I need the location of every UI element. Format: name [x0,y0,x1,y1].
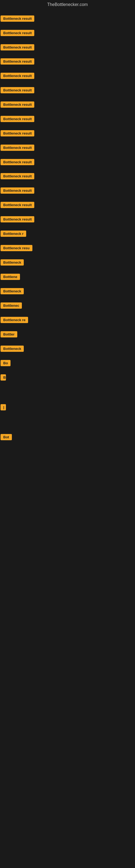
result-row: Bottleneck [1,288,24,296]
bottleneck-badge[interactable]: B [1,374,6,380]
result-row: Bottleneck result [1,202,34,209]
bottleneck-badge[interactable]: Bottleneck [1,346,24,352]
bottleneck-badge[interactable]: Bot [1,434,12,440]
result-row: Bottleneck result [1,101,34,109]
result-row: Bottleneck [1,259,24,267]
bottleneck-badge[interactable]: | [1,404,6,410]
result-row: Bottleneck result [1,216,34,223]
bottleneck-badge[interactable]: Bottleneck [1,259,24,266]
result-row: Bo [1,360,10,367]
result-row: Bottleneck resu [1,245,32,252]
bottleneck-badge[interactable]: Bottleneck result [1,159,34,165]
bottleneck-badge[interactable]: Bottleneck result [1,216,34,222]
result-row: Bottlene [1,274,20,281]
result-row: Bottleneck result [1,130,34,137]
result-row: Bottleneck result [1,30,34,37]
result-row: Bottleneck result [1,145,34,152]
bottleneck-badge[interactable]: Bo [1,360,10,366]
bottleneck-badge[interactable]: Bottleneck result [1,173,34,179]
bottleneck-badge[interactable]: Bottleneck result [1,187,34,194]
result-row: Bot [1,434,12,441]
bottleneck-badge[interactable]: Bottleneck result [1,58,34,65]
result-row: Bottlenec [1,303,22,310]
result-row: Bottleneck result [1,58,34,66]
result-row: B [1,374,6,382]
bottleneck-badge[interactable]: Bottleneck [1,288,24,294]
result-row: Bottleneck result [1,159,34,166]
bottleneck-badge[interactable]: Bottleneck result [1,116,34,122]
result-row: Bottleneck [1,346,24,353]
result-row: Bottleneck result [1,87,34,94]
bottleneck-badge[interactable]: Bottleneck r [1,230,26,237]
bottleneck-badge[interactable]: Bottleneck result [1,44,34,51]
result-row: Bottleneck result [1,16,34,23]
bottleneck-badge[interactable]: Bottleneck result [1,87,34,93]
bottleneck-badge[interactable]: Bottleneck result [1,30,34,36]
result-row: Bottleneck r [1,230,26,238]
result-row: | [1,404,6,411]
bottleneck-badge[interactable]: Bottleneck result [1,101,34,108]
bottleneck-badge[interactable]: Bottleneck result [1,202,34,208]
result-row: Bottleneck re [1,317,28,324]
result-row: Bottleneck result [1,173,34,180]
bottleneck-badge[interactable]: Bottlene [1,274,20,280]
site-title: TheBottlenecker.com [0,0,135,9]
bottleneck-badge[interactable]: Bottleneck re [1,317,28,323]
result-row: Bottleneck result [1,44,34,52]
bottleneck-badge[interactable]: Bottleneck result [1,130,34,136]
result-row: Bottleneck result [1,116,34,123]
bottleneck-badge[interactable]: Bottler [1,331,17,337]
result-row: Bottleneck result [1,187,34,195]
bottleneck-badge[interactable]: Bottleneck result [1,73,34,79]
bottleneck-badge[interactable]: Bottleneck result [1,145,34,151]
result-row: Bottleneck result [1,73,34,80]
bottleneck-badge[interactable]: Bottlenec [1,303,22,309]
bottleneck-badge[interactable]: Bottleneck result [1,16,34,22]
result-row: Bottler [1,331,17,339]
bottleneck-badge[interactable]: Bottleneck resu [1,245,32,251]
